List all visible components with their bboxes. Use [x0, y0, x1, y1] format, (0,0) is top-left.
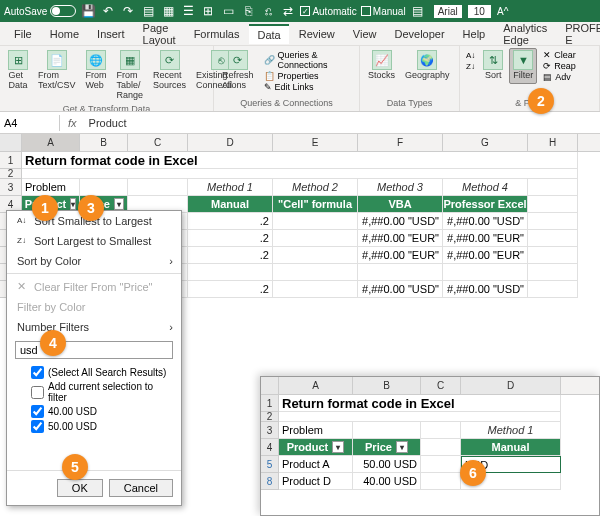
formula-bar: A4 fx Product — [0, 112, 600, 134]
cancel-button[interactable]: Cancel — [109, 479, 173, 497]
formula-input[interactable]: Product — [85, 115, 600, 131]
col-F[interactable]: F — [358, 134, 443, 151]
queries-conn-button[interactable]: 🔗Queries & Connections — [264, 50, 351, 70]
menu-insert[interactable]: Insert — [89, 25, 133, 43]
header-prof[interactable]: Professor Excel — [443, 196, 528, 213]
filter-search-input[interactable] — [15, 341, 173, 359]
sort-desc-item[interactable]: Z↓Sort Largest to Smallest — [7, 231, 181, 251]
clear-filter-button[interactable]: ✕Clear — [543, 50, 576, 60]
clear-icon: ✕ — [17, 280, 26, 293]
header-manual[interactable]: Manual — [188, 196, 273, 213]
qat-icon[interactable]: ⇄ — [280, 3, 296, 19]
number-filters-item[interactable]: Number Filters› — [7, 317, 181, 337]
sort-desc-icon[interactable]: Z↓ — [466, 61, 475, 71]
check-40[interactable]: 40.00 USD — [31, 404, 169, 419]
check-50[interactable]: 50.00 USD — [31, 419, 169, 434]
filter-arrow-icon[interactable]: ▾ — [70, 198, 76, 210]
menu-prof[interactable]: PROFESSOR E — [557, 19, 600, 49]
sort-button[interactable]: ⇅Sort — [479, 48, 507, 84]
menu-data[interactable]: Data — [249, 24, 288, 44]
menu-view[interactable]: View — [345, 25, 385, 43]
name-box[interactable]: A4 — [0, 115, 60, 131]
manual-checkbox[interactable]: Manual — [361, 6, 406, 17]
save-icon[interactable]: 💾 — [80, 3, 96, 19]
sort-asc-icon[interactable]: A↓ — [466, 50, 475, 60]
filter-button[interactable]: ▼Filter — [509, 48, 537, 84]
font-size-box[interactable]: 10 — [468, 5, 491, 18]
qat-icon[interactable]: ▤ — [410, 3, 426, 19]
col-G[interactable]: G — [443, 134, 528, 151]
menu-developer[interactable]: Developer — [386, 25, 452, 43]
col-C[interactable]: C — [128, 134, 188, 151]
menu-file[interactable]: File — [6, 25, 40, 43]
edit-links-button[interactable]: ✎Edit Links — [264, 82, 351, 92]
menu-help[interactable]: Help — [455, 25, 494, 43]
undo-icon[interactable]: ↶ — [100, 3, 116, 19]
bubble-5: 5 — [62, 454, 88, 480]
font-name-box[interactable]: Arial — [434, 5, 462, 18]
sheet: A B C D E F G H 1 Return format code in … — [0, 134, 600, 516]
automatic-checkbox[interactable]: ✓Automatic — [300, 6, 356, 17]
advanced-button[interactable]: ▤Adv — [543, 72, 576, 82]
ribbon-group-label: Get & Transform Data — [4, 103, 209, 112]
qat-icon[interactable]: ▤ — [140, 3, 156, 19]
bubble-4: 4 — [40, 330, 66, 356]
row-1[interactable]: 1 — [0, 152, 22, 169]
cell[interactable]: Problem — [22, 179, 80, 196]
refresh-all-button[interactable]: ⟳Refresh All — [218, 48, 258, 94]
filter-arrow-icon[interactable]: ▾ — [114, 198, 124, 210]
col-B[interactable]: B — [80, 134, 128, 151]
menu-home[interactable]: Home — [42, 25, 87, 43]
chevron-right-icon: › — [169, 255, 173, 267]
select-all-corner[interactable] — [0, 134, 22, 151]
sort-desc-icon: Z↓ — [17, 237, 26, 245]
recent-sources-button[interactable]: ⟳Recent Sources — [149, 48, 190, 103]
qat-icon[interactable]: ⊞ — [200, 3, 216, 19]
header-vba[interactable]: VBA — [358, 196, 443, 213]
check-select-all[interactable]: (Select All Search Results) — [31, 365, 169, 380]
sort-asc-icon: A↓ — [17, 217, 26, 225]
cell[interactable]: Return format code in Excel — [22, 152, 578, 169]
menu-formulas[interactable]: Formulas — [186, 25, 248, 43]
col-E[interactable]: E — [273, 134, 358, 151]
qat-icon[interactable]: ⎘ — [240, 3, 256, 19]
from-table-button[interactable]: ▦From Table/ Range — [113, 48, 148, 103]
clear-filter-item: ✕Clear Filter From "Price" — [7, 276, 181, 297]
check-add-selection[interactable]: Add current selection to filter — [31, 380, 169, 404]
row-2[interactable]: 2 — [0, 169, 22, 179]
geography-button[interactable]: 🌍Geography — [401, 48, 454, 83]
menu-page-layout[interactable]: Page Layout — [135, 19, 184, 49]
reapply-button[interactable]: ⟳Reap — [543, 61, 576, 71]
col-H[interactable]: H — [528, 134, 578, 151]
menu-review[interactable]: Review — [291, 25, 343, 43]
autosave-toggle[interactable]: AutoSave — [4, 5, 76, 17]
properties-button[interactable]: 📋Properties — [264, 71, 351, 81]
col-A[interactable]: A — [22, 134, 80, 151]
stocks-button[interactable]: 📈Stocks — [364, 48, 399, 83]
inset-window: A B C D 1 Return format code in Excel 2 … — [260, 376, 600, 516]
qat-icon[interactable]: ▭ — [220, 3, 236, 19]
font-larger-icon[interactable]: A^ — [495, 3, 511, 19]
filter-applied-icon[interactable]: ▾ — [396, 441, 408, 453]
sort-color-item[interactable]: Sort by Color› — [7, 251, 181, 271]
col-D[interactable]: D — [188, 134, 273, 151]
bubble-6: 6 — [460, 460, 486, 486]
filter-arrow-icon[interactable]: ▾ — [332, 441, 344, 453]
chevron-right-icon: › — [169, 321, 173, 333]
qat-icon[interactable]: ▦ — [160, 3, 176, 19]
from-text-button[interactable]: 📄From Text/CSV — [34, 48, 80, 103]
fx-icon[interactable]: fx — [60, 117, 85, 129]
row-3[interactable]: 3 — [0, 179, 22, 196]
ribbon-group-label: Data Types — [364, 97, 455, 109]
header-cell[interactable]: "Cell" formula — [273, 196, 358, 213]
get-data-button[interactable]: ⊞Get Data — [4, 48, 32, 103]
qat-icon[interactable]: ⎌ — [260, 3, 276, 19]
qat-icon[interactable]: ☰ — [180, 3, 196, 19]
ribbon-group-label: Queries & Connections — [218, 97, 355, 109]
ribbon: ⊞Get Data 📄From Text/CSV 🌐From Web ▦From… — [0, 46, 600, 112]
menu-analytics[interactable]: Analytics Edge — [495, 19, 555, 49]
from-web-button[interactable]: 🌐From Web — [82, 48, 111, 103]
redo-icon[interactable]: ↷ — [120, 3, 136, 19]
bubble-1: 1 — [32, 195, 58, 221]
ok-button[interactable]: OK — [57, 479, 103, 497]
